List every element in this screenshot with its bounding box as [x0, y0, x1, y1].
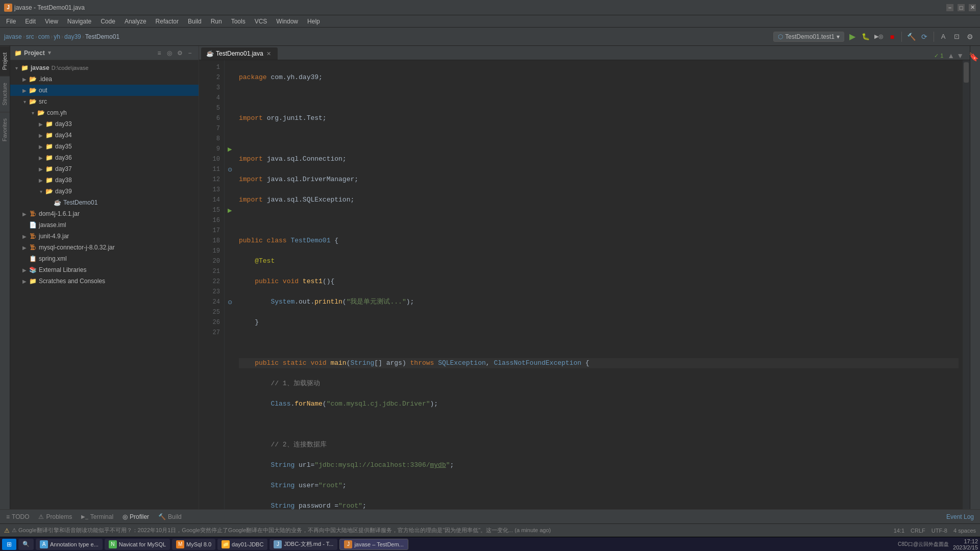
build-project-button[interactable]: 🔨 [905, 31, 917, 43]
terminal-icon: ▶_ [81, 514, 88, 519]
close-button[interactable]: ✕ [969, 4, 976, 11]
build-button[interactable]: 🔨 Build [154, 511, 186, 522]
tree-item-out[interactable]: ▶ 📂 out [10, 85, 199, 96]
debug-gutter-line24[interactable]: ⊙ [225, 297, 235, 307]
layout-button[interactable]: ⊡ [950, 31, 963, 43]
menu-vcs[interactable]: VCS [251, 17, 272, 26]
taskbar-annotation[interactable]: A Annotation type e... [36, 539, 103, 550]
breadcrumb-project[interactable]: javase [4, 33, 22, 40]
tab-close-button[interactable]: ✕ [265, 50, 273, 57]
sidebar-tab-favorites[interactable]: Favorites [0, 112, 10, 147]
scrollbar-thumb[interactable] [964, 62, 969, 83]
breadcrumb-yh[interactable]: yh [54, 33, 60, 40]
maximize-button[interactable]: □ [958, 4, 965, 11]
project-tree[interactable]: ▾ 📁 javase D:\code\javase ▶ 📂 .idea ▶ 📂 … [10, 60, 199, 509]
taskbar-jdbc-folder[interactable]: 📁 day01-JDBC [217, 539, 267, 550]
menu-tools[interactable]: Tools [227, 17, 250, 26]
tree-item-testdemo01[interactable]: ▶ ☕ TestDemo01 [10, 197, 199, 208]
terminal-button[interactable]: ▶_ Terminal [77, 511, 117, 522]
right-scrollbar[interactable] [963, 60, 970, 509]
tree-item-comyh[interactable]: ▾ 📂 com.yh [10, 107, 199, 118]
tree-item-day39[interactable]: ▾ 📂 day39 [10, 186, 199, 197]
breadcrumb-com[interactable]: com [38, 33, 50, 40]
tree-item-day33[interactable]: ▶ 📁 day33 [10, 118, 199, 130]
tree-item-day34[interactable]: ▶ 📁 day34 [10, 130, 199, 141]
run-button[interactable]: ▶ [846, 31, 859, 43]
tree-item-javase-iml[interactable]: ▶ 📄 javase.iml [10, 219, 199, 231]
code-editor[interactable]: package com.yh.day39; import org.junit.T… [235, 60, 963, 509]
menu-run[interactable]: Run [207, 17, 226, 26]
menu-window[interactable]: Window [272, 17, 302, 26]
run-with-coverage-button[interactable]: ▶◎ [873, 31, 885, 43]
translate-button[interactable]: A [937, 31, 949, 43]
menu-help[interactable]: Help [303, 17, 324, 26]
debug-button[interactable]: 🐛 [860, 31, 872, 43]
menu-navigate[interactable]: Navigate [63, 17, 95, 26]
tree-item-junit[interactable]: ▶ 🗜 junit-4.9.jar [10, 231, 199, 242]
collapse-all-button[interactable]: ≡ [155, 48, 164, 58]
arrow-dom4j: ▶ [20, 211, 29, 217]
menu-code[interactable]: Code [96, 17, 119, 26]
breadcrumb-file[interactable]: TestDemo01 [85, 33, 119, 40]
code-line-6: import java.sql.DriverManager; [239, 174, 959, 185]
navicat-label: Navicat for MySQL [119, 541, 166, 547]
menu-file[interactable]: File [2, 17, 20, 26]
taskbar-search[interactable]: 🔍 [18, 539, 34, 550]
tree-item-mysql-jar[interactable]: ▶ 🗜 mysql-connector-j-8.0.32.jar [10, 242, 199, 253]
sync-button[interactable]: ⟳ [918, 31, 930, 43]
breadcrumb-day39[interactable]: day39 [64, 33, 81, 40]
tree-item-javase[interactable]: ▾ 📁 javase D:\code\javase [10, 62, 199, 73]
menu-edit[interactable]: Edit [21, 17, 40, 26]
breadcrumb-src[interactable]: src [26, 33, 34, 40]
start-button[interactable]: ⊞ [2, 539, 16, 550]
minimize-button[interactable]: − [946, 4, 953, 11]
stop-button[interactable]: ■ [886, 31, 898, 43]
tab-testdemo01[interactable]: ☕ TestDemo01.java ✕ [201, 47, 278, 60]
settings-button[interactable]: ⚙ [964, 31, 976, 43]
run-gutter-line9[interactable]: ▶ [225, 144, 235, 154]
icon-testdemo01: ☕ [53, 198, 61, 207]
tree-item-src[interactable]: ▾ 📂 src [10, 96, 199, 107]
indent-info: 4 spaces [953, 528, 976, 534]
event-log-button[interactable]: Event Log [942, 513, 978, 520]
scroll-down-button[interactable]: ▼ [957, 52, 964, 60]
tree-item-extlibs[interactable]: ▶ 📚 External Libraries [10, 264, 199, 276]
tree-item-day36[interactable]: ▶ 📁 day36 [10, 152, 199, 163]
tree-item-scratches[interactable]: ▶ 📁 Scratches and Consoles [10, 276, 199, 287]
debug-gutter-line11[interactable]: ⊙ [225, 164, 235, 174]
run-gutter-line15[interactable]: ▶ [225, 205, 235, 215]
menu-refactor[interactable]: Refactor [152, 17, 183, 26]
todo-button[interactable]: ≡ TODO [2, 511, 33, 522]
taskbar-javase-ide[interactable]: J javase – TestDem... [339, 539, 408, 550]
taskbar-jdbc-doc[interactable]: J JDBC-文档.md - T... [270, 539, 337, 550]
taskbar-mysql[interactable]: M MySql 8.0 [172, 539, 215, 550]
problems-button[interactable]: ⚠ Problems [34, 511, 76, 522]
tree-item-day37[interactable]: ▶ 📁 day37 [10, 163, 199, 174]
locate-button[interactable]: ◎ [165, 48, 174, 58]
panel-settings-button[interactable]: ⚙ [175, 48, 184, 58]
tree-item-day38[interactable]: ▶ 📁 day38 [10, 174, 199, 186]
label-src: src [39, 98, 47, 105]
arrow-day36: ▶ [37, 155, 45, 161]
title-bar-controls[interactable]: − □ ✕ [946, 4, 976, 11]
menu-analyze[interactable]: Analyze [120, 17, 151, 26]
sidebar-tab-project[interactable]: Project [0, 46, 10, 76]
profiler-button[interactable]: ◎ Profiler [118, 511, 153, 522]
arrow-mysql-jar: ▶ [20, 245, 29, 251]
tree-item-dom4j[interactable]: ▶ 🗜 dom4j-1.6.1.jar [10, 208, 199, 219]
tree-item-day35[interactable]: ▶ 📁 day35 [10, 141, 199, 152]
right-tab-bookmarks[interactable]: 🔖 [970, 46, 980, 68]
scroll-up-button[interactable]: ▲ [947, 52, 954, 60]
breadcrumb: javase › src › com › yh › day39 › TestDe… [4, 33, 387, 40]
no-warnings-indicator[interactable]: ✓ 1 [934, 53, 943, 59]
tree-item-idea[interactable]: ▶ 📂 .idea [10, 73, 199, 85]
tree-item-spring-xml[interactable]: ▶ 📋 spring.xml [10, 253, 199, 264]
icon-mysql-jar: 🗜 [29, 243, 37, 252]
arrow-extlibs: ▶ [20, 267, 29, 273]
menu-build[interactable]: Build [184, 17, 206, 26]
taskbar-navicat[interactable]: N Navicat for MySQL [105, 539, 170, 550]
menu-view[interactable]: View [41, 17, 62, 26]
sidebar-tab-structure[interactable]: Structure [0, 76, 10, 112]
run-config-selector[interactable]: ⬡ TestDemo01.test1 ▾ [773, 32, 844, 42]
panel-hide-button[interactable]: − [185, 48, 194, 58]
